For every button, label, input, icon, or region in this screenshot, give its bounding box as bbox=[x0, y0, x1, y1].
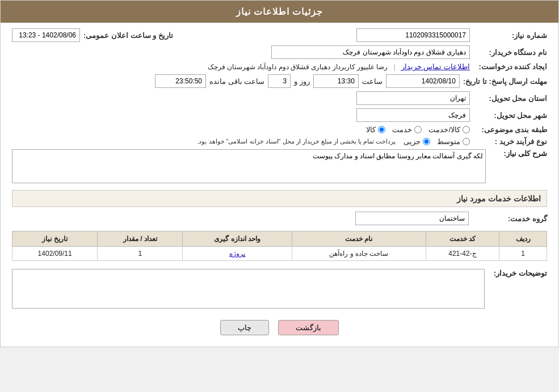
cell-service-code: ج-42-421 bbox=[426, 247, 499, 261]
category-option-kala-khedmat[interactable]: کالا/خدمت bbox=[428, 125, 470, 134]
col-row-num: ردیف bbox=[499, 231, 547, 247]
deadline-time-label: ساعت bbox=[362, 77, 383, 86]
announce-datetime-label: تاریخ و ساعت اعلان عمومی: bbox=[83, 31, 173, 40]
services-table: ردیف کد خدمت نام خدمت واحد اندازه گیری ت… bbox=[12, 231, 547, 261]
purchase-radio-medium[interactable] bbox=[463, 138, 470, 145]
need-number-row: شماره نیاز: تاریخ و ساعت اعلان عمومی: bbox=[12, 28, 547, 42]
purchase-option-medium[interactable]: متوسط bbox=[437, 137, 470, 146]
main-content: شماره نیاز: تاریخ و ساعت اعلان عمومی: نا… bbox=[1, 23, 558, 347]
services-table-container: ردیف کد خدمت نام خدمت واحد اندازه گیری ت… bbox=[12, 231, 547, 261]
need-number-input[interactable] bbox=[356, 28, 470, 42]
deadline-row: مهلت ارسال پاسخ: تا تاریخ: ساعت روز و سا… bbox=[12, 74, 547, 88]
service-group-input[interactable] bbox=[355, 212, 469, 225]
requester-row: ایجاد کننده درخواست: اطلاعات تماس خریدار… bbox=[12, 62, 547, 71]
category-radio-khedmat[interactable] bbox=[414, 126, 422, 133]
service-group-row: گروه خدمت: bbox=[12, 212, 547, 225]
page-wrapper: جزئیات اطلاعات نیاز شماره نیاز: تاریخ و … bbox=[0, 0, 559, 347]
purchase-type-row: نوع فرآیند خرید : متوسط جزیی پرداخت تمام… bbox=[12, 137, 547, 146]
category-radio-group: کالا/خدمت خدمت کالا bbox=[366, 125, 470, 134]
buyer-desc-textarea[interactable] bbox=[12, 269, 485, 309]
purchase-radio-partial[interactable] bbox=[423, 138, 430, 145]
province-input[interactable] bbox=[356, 91, 470, 105]
deadline-days-input[interactable] bbox=[268, 74, 291, 88]
need-desc-wrapper: شرح کلی نیاز: لکه گیری آسفالت معابر روست… bbox=[12, 149, 547, 183]
deadline-remaining-input[interactable] bbox=[155, 74, 206, 88]
service-group-label: گروه خدمت: bbox=[473, 214, 547, 223]
deadline-date-input[interactable] bbox=[386, 74, 460, 88]
cell-row-num: 1 bbox=[499, 247, 547, 261]
col-quantity: تعداد / مقدار bbox=[98, 231, 183, 247]
category-option-khedmat[interactable]: خدمت bbox=[392, 125, 422, 134]
category-option-kala[interactable]: کالا bbox=[366, 125, 385, 134]
col-unit: واحد اندازه گیری bbox=[183, 231, 292, 247]
contact-link[interactable]: اطلاعات تماس خریدار bbox=[401, 62, 470, 71]
city-label: شهر محل تحویل: bbox=[473, 111, 547, 120]
category-row: طبقه بندی موضوعی: کالا/خدمت خدمت کالا bbox=[12, 125, 547, 134]
purchase-option-partial[interactable]: جزیی bbox=[404, 137, 430, 146]
print-button[interactable]: چاپ bbox=[220, 320, 269, 335]
need-number-label: شماره نیاز: bbox=[473, 31, 547, 40]
org-name-label: نام دستگاه خریدار: bbox=[473, 48, 547, 57]
need-desc-textarea[interactable]: لکه گیری آسفالت معابر روستا مطابق اسناد … bbox=[12, 149, 486, 183]
category-label: طبقه بندی موضوعی: bbox=[473, 125, 547, 134]
province-label: استان محل تحویل: bbox=[473, 94, 547, 103]
city-input[interactable] bbox=[356, 108, 470, 122]
category-label-kala-khedmat: کالا/خدمت bbox=[428, 125, 460, 134]
purchase-radio-group: متوسط جزیی bbox=[404, 137, 470, 146]
deadline-remaining-label: ساعت باقی مانده bbox=[209, 77, 264, 86]
buttons-row: بازگشت چاپ bbox=[12, 320, 547, 335]
cell-quantity: 1 bbox=[98, 247, 183, 261]
purchase-description: پرداخت تمام یا بخشی از مبلغ خریدار از مح… bbox=[197, 138, 396, 145]
deadline-label: مهلت ارسال پاسخ: تا تاریخ: bbox=[463, 77, 547, 86]
col-service-code: کد خدمت bbox=[426, 231, 499, 247]
category-label-khedmat: خدمت bbox=[392, 125, 412, 134]
cell-unit[interactable]: پروژه bbox=[183, 247, 292, 261]
page-title: جزئیات اطلاعات نیاز bbox=[1, 1, 558, 23]
announce-datetime-input[interactable] bbox=[12, 28, 80, 42]
purchase-label-medium: متوسط bbox=[437, 137, 460, 146]
cell-date: 1402/09/11 bbox=[12, 247, 98, 261]
province-row: استان محل تحویل: bbox=[12, 91, 547, 105]
category-radio-kala-khedmat[interactable] bbox=[463, 126, 470, 133]
col-service-name: نام خدمت bbox=[292, 231, 426, 247]
need-desc-label: شرح کلی نیاز: bbox=[490, 149, 547, 183]
deadline-time-input[interactable] bbox=[313, 74, 359, 88]
purchase-type-label: نوع فرآیند خرید : bbox=[473, 137, 547, 146]
org-name-input[interactable] bbox=[271, 45, 470, 59]
org-name-row: نام دستگاه خریدار: bbox=[12, 45, 547, 59]
buyer-desc-wrapper: توضیحات خریدار: bbox=[12, 269, 547, 309]
col-date: تاریخ نیاز bbox=[12, 231, 98, 247]
category-label-kala: کالا bbox=[366, 125, 376, 134]
cell-service-name: ساخت جاده و راه‌آهن bbox=[292, 247, 426, 261]
deadline-day-label: روز و bbox=[294, 77, 310, 86]
city-row: شهر محل تحویل: bbox=[12, 108, 547, 122]
category-radio-kala[interactable] bbox=[378, 126, 385, 133]
requester-label: ایجاد کننده درخواست: bbox=[473, 62, 547, 71]
table-row: 1 ج-42-421 ساخت جاده و راه‌آهن پروژه 1 1… bbox=[12, 247, 547, 261]
buyer-desc-label: توضیحات خریدار: bbox=[489, 269, 547, 309]
requester-value: رضا علیپور کاربرداز دهیاری قشلاق دوم داو… bbox=[208, 63, 388, 71]
purchase-label-partial: جزیی bbox=[404, 137, 421, 146]
service-info-section-header: اطلاعات خدمات مورد نیاز bbox=[12, 190, 547, 207]
back-button[interactable]: بازگشت bbox=[278, 320, 339, 335]
